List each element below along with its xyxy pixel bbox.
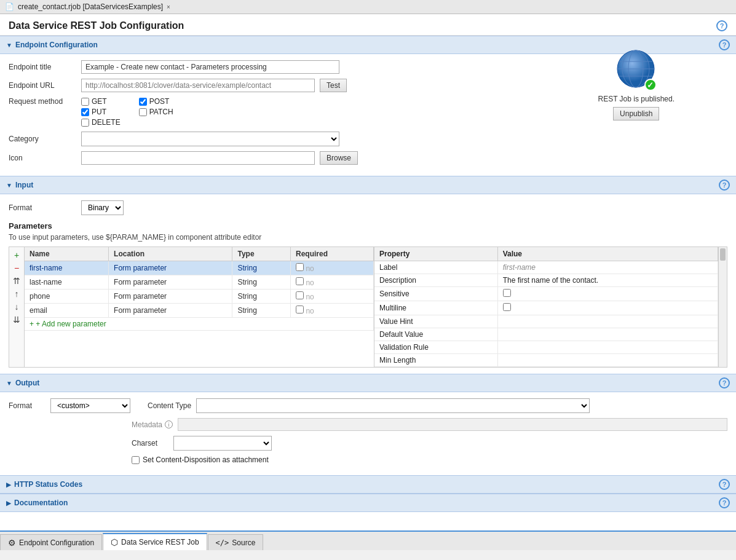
data-service-tab-label: Data Service REST Job bbox=[121, 538, 199, 546]
globe-icon-container: ✓ bbox=[615, 49, 658, 92]
input-section-header[interactable]: ▼ Input ? bbox=[0, 176, 736, 194]
page-title: Data Service REST Job Configuration bbox=[9, 20, 184, 31]
param-name: email bbox=[25, 304, 109, 318]
table-row[interactable]: last-name Form parameter String no bbox=[25, 275, 374, 290]
documentation-help-icon[interactable]: ? bbox=[719, 497, 730, 508]
charset-label: Charset bbox=[132, 439, 168, 448]
prop-row: Value Hint bbox=[374, 315, 718, 328]
input-arrow-icon: ▼ bbox=[6, 182, 12, 189]
tab-data-service-rest-job[interactable]: ⬡ Data Service REST Job bbox=[103, 533, 207, 550]
prop-validation-rule-val[interactable] bbox=[497, 341, 718, 354]
move-top-btn[interactable]: ⇈ bbox=[11, 275, 22, 286]
http-status-arrow-icon: ▶ bbox=[6, 481, 11, 488]
output-help-icon[interactable]: ? bbox=[719, 377, 730, 388]
input-format-select[interactable]: Binary JSON XML CSV bbox=[81, 200, 124, 215]
attachment-checkbox[interactable] bbox=[132, 456, 140, 464]
http-status-section-header[interactable]: ▶ HTTP Status Codes ? bbox=[0, 475, 736, 494]
documentation-section-header[interactable]: ▶ Documentation ? bbox=[0, 494, 736, 512]
output-section-title: ▼ Output bbox=[6, 379, 39, 387]
add-param-row[interactable]: + + Add new parameter bbox=[25, 318, 374, 331]
param-name: last-name bbox=[25, 275, 109, 290]
prop-col-property: Property bbox=[374, 247, 497, 261]
output-section-header[interactable]: ▼ Output ? bbox=[0, 374, 736, 392]
browse-button[interactable]: Browse bbox=[320, 151, 358, 165]
endpoint-url-input[interactable] bbox=[81, 79, 315, 92]
metadata-label: Metadata i bbox=[132, 420, 173, 429]
table-row[interactable]: phone Form parameter String no bbox=[25, 290, 374, 304]
prop-default-value-val[interactable] bbox=[497, 328, 718, 341]
add-param-label: + Add new parameter bbox=[36, 320, 106, 328]
method-put-label: PUT bbox=[92, 108, 106, 116]
endpoint-config-tab-icon: ⚙ bbox=[8, 538, 16, 548]
metadata-row: Metadata i bbox=[132, 418, 727, 431]
prop-value-hint-value[interactable] bbox=[497, 315, 718, 328]
category-select[interactable] bbox=[81, 132, 339, 146]
output-arrow-icon: ▼ bbox=[6, 380, 12, 387]
method-post-checkbox[interactable] bbox=[139, 98, 147, 106]
prop-sensitive-value[interactable] bbox=[497, 287, 718, 301]
test-button[interactable]: Test bbox=[320, 79, 347, 92]
http-status-section: ▶ HTTP Status Codes ? bbox=[0, 475, 736, 494]
col-required: Required bbox=[291, 247, 374, 261]
endpoint-help-icon[interactable]: ? bbox=[719, 39, 730, 50]
category-label: Category bbox=[9, 135, 76, 143]
prop-value[interactable]: first-name bbox=[497, 261, 718, 274]
tab-source[interactable]: </> Source bbox=[208, 534, 264, 550]
output-format-row: Format <custom> JSON XML CSV Binary Cont… bbox=[9, 398, 727, 413]
move-bottom-btn[interactable]: ⇊ bbox=[11, 314, 22, 325]
table-row[interactable]: first-name Form parameter String no bbox=[25, 261, 374, 275]
param-location: Form parameter bbox=[109, 261, 232, 275]
multiline-checkbox[interactable] bbox=[503, 303, 511, 311]
http-status-help-icon[interactable]: ? bbox=[719, 479, 730, 490]
prop-multiline-value[interactable] bbox=[497, 301, 718, 315]
request-method-label: Request method bbox=[9, 97, 76, 106]
metadata-input[interactable] bbox=[178, 418, 727, 431]
method-put-checkbox[interactable] bbox=[81, 108, 89, 116]
input-section-body: Format Binary JSON XML CSV Parameters To… bbox=[0, 194, 736, 374]
method-get-label: GET bbox=[92, 97, 107, 106]
move-up-btn[interactable]: ↑ bbox=[11, 288, 22, 299]
endpoint-url-label: Endpoint URL bbox=[9, 81, 76, 90]
endpoint-title-input[interactable] bbox=[81, 60, 339, 74]
col-type: Type bbox=[232, 247, 291, 261]
param-type: String bbox=[232, 261, 291, 275]
icon-input[interactable] bbox=[81, 151, 315, 165]
param-type: String bbox=[232, 275, 291, 290]
attachment-row: Set Content-Disposition as attachment bbox=[132, 455, 727, 464]
remove-param-btn[interactable]: − bbox=[11, 262, 22, 274]
http-status-section-title: ▶ HTTP Status Codes bbox=[6, 480, 82, 489]
params-scrollbar[interactable] bbox=[718, 247, 727, 367]
param-type: String bbox=[232, 304, 291, 318]
input-help-icon[interactable]: ? bbox=[719, 179, 730, 191]
output-format-select[interactable]: <custom> JSON XML CSV Binary bbox=[50, 398, 130, 413]
tab-endpoint-config[interactable]: ⚙ Endpoint Configuration bbox=[0, 534, 102, 550]
endpoint-config-tab-label: Endpoint Configuration bbox=[19, 538, 94, 547]
params-toolbar: + − ⇈ ↑ ↓ ⇊ bbox=[9, 247, 25, 367]
prop-row: Label first-name bbox=[374, 261, 718, 274]
endpoint-section: ▼ Endpoint Configuration ? Endpoint titl… bbox=[0, 36, 736, 176]
close-icon[interactable]: × bbox=[167, 4, 170, 10]
table-row[interactable]: email Form parameter String no bbox=[25, 304, 374, 318]
method-delete-checkbox[interactable] bbox=[81, 119, 89, 127]
method-post-label: POST bbox=[149, 97, 170, 106]
charset-select[interactable]: UTF-8 ISO-8859-1 US-ASCII bbox=[173, 436, 272, 451]
prop-row: Min Length bbox=[374, 354, 718, 367]
content-type-label: Content Type bbox=[148, 401, 191, 410]
move-down-btn[interactable]: ↓ bbox=[11, 301, 22, 312]
method-patch-checkbox[interactable] bbox=[139, 108, 147, 116]
content-type-select[interactable] bbox=[196, 398, 590, 413]
add-param-btn[interactable]: + bbox=[11, 250, 22, 261]
documentation-arrow-icon: ▶ bbox=[6, 500, 11, 507]
attachment-label: Set Content-Disposition as attachment bbox=[132, 455, 269, 464]
unpublish-button[interactable]: Unpublish bbox=[613, 107, 659, 120]
property-panel: Property Value Label first-name Descript… bbox=[374, 247, 718, 367]
prop-min-length-val[interactable] bbox=[497, 354, 718, 367]
method-get-checkbox[interactable] bbox=[81, 98, 89, 106]
sensitive-checkbox[interactable] bbox=[503, 289, 511, 297]
page-help-icon[interactable]: ? bbox=[716, 20, 727, 31]
category-row: Category bbox=[9, 132, 727, 146]
prop-row: Default Value bbox=[374, 328, 718, 341]
add-param-cell[interactable]: + + Add new parameter bbox=[25, 318, 374, 331]
col-name: Name bbox=[25, 247, 109, 261]
prop-description-value[interactable]: The first name of the contact. bbox=[497, 274, 718, 287]
